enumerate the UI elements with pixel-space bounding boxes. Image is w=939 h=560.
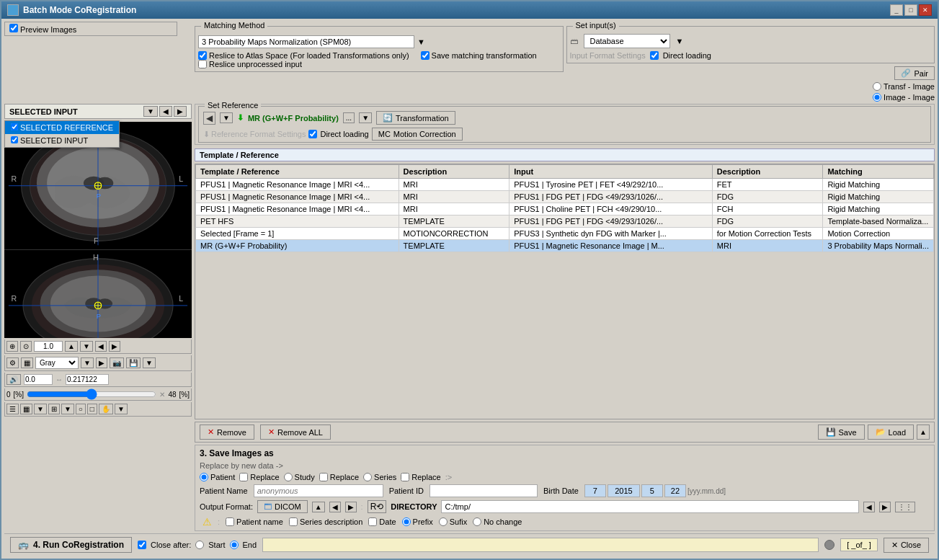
zoom-reset-button[interactable]: ⊙ bbox=[20, 341, 32, 352]
end-radio[interactable] bbox=[230, 541, 239, 549]
color-wheel-button[interactable]: ⚙ bbox=[6, 357, 19, 368]
start-radio[interactable] bbox=[195, 541, 204, 549]
patient-radio[interactable] bbox=[200, 473, 208, 481]
suffix-radio[interactable] bbox=[439, 517, 448, 526]
image-image-radio[interactable] bbox=[873, 93, 881, 102]
date-opt-checkbox[interactable] bbox=[368, 517, 377, 526]
patient-id-input[interactable] bbox=[430, 484, 538, 497]
rotate-icon[interactable]: R⟲ bbox=[368, 500, 387, 513]
motion-correction-button[interactable]: MC Motion Correction bbox=[372, 128, 463, 141]
circle-icon[interactable]: ○ bbox=[76, 404, 86, 414]
birth-day3-input[interactable]: 22 bbox=[664, 484, 686, 497]
camera-button[interactable]: 📷 bbox=[110, 357, 124, 368]
directory-input[interactable]: C:/tmp/ bbox=[441, 500, 859, 513]
tools-icon[interactable]: ✋ bbox=[99, 404, 113, 414]
layout-dropdown1[interactable]: ▼ bbox=[34, 404, 47, 414]
run-coregistration-button[interactable]: 🚌 4. Run CoRegistration bbox=[10, 537, 132, 553]
zoom-fit-button[interactable]: ⊕ bbox=[6, 341, 18, 352]
input-next-button[interactable]: ▶ bbox=[174, 106, 187, 117]
rect-icon[interactable]: □ bbox=[87, 404, 97, 414]
selected-reference-check[interactable] bbox=[11, 123, 18, 130]
close-button[interactable]: ✕ Close bbox=[884, 538, 929, 553]
birth-day2-input[interactable]: 5 bbox=[641, 484, 663, 497]
selected-input-check[interactable] bbox=[11, 136, 18, 143]
table-row[interactable]: PET HFSTEMPLATEPFUS1 | FDG PET | FDG <49… bbox=[196, 215, 934, 228]
grid-dropdown[interactable]: ▼ bbox=[61, 404, 74, 414]
patient-name-opt-checkbox[interactable] bbox=[226, 517, 234, 526]
zoom-up-button[interactable]: ▲ bbox=[65, 341, 78, 352]
table-row[interactable]: PFUS1 | Magnetic Resonance Image | MRI <… bbox=[196, 179, 934, 191]
input-prev-button[interactable]: ◀ bbox=[159, 106, 172, 117]
replace2-checkbox[interactable] bbox=[319, 473, 328, 481]
extra-dropdown[interactable]: ▼ bbox=[115, 404, 128, 414]
close-window-button[interactable]: ✕ bbox=[919, 4, 932, 16]
context-menu-item-selected-reference[interactable]: SELECTED REFERENCE bbox=[5, 121, 119, 134]
dicom-button[interactable]: 🗔 DICOM bbox=[257, 500, 308, 513]
table-row[interactable]: Selected [Frame = 1]MOTIONCORRECTIONPFUS… bbox=[196, 228, 934, 240]
dir-next-button[interactable]: ▶ bbox=[879, 502, 891, 512]
database-dropdown-arrow[interactable]: ▼ bbox=[676, 37, 684, 45]
matching-method-select[interactable]: 3 Probability Maps Normalization (SPM08) bbox=[198, 35, 414, 48]
remove-all-button[interactable]: ✕ Remove ALL bbox=[260, 425, 331, 440]
grid-button[interactable]: ▦ bbox=[21, 357, 33, 368]
collapse-button[interactable]: ▲ bbox=[917, 425, 930, 440]
maximize-button[interactable]: □ bbox=[904, 4, 917, 16]
preview-images-checkbox-container[interactable]: Preview Images bbox=[4, 22, 177, 36]
matching-dropdown-arrow[interactable]: ▼ bbox=[417, 37, 425, 46]
replace1-checkbox[interactable] bbox=[239, 473, 248, 481]
brightness-input[interactable]: 0.0 bbox=[24, 374, 53, 385]
format-next-button[interactable]: ▶ bbox=[345, 502, 357, 512]
grid-icon[interactable]: ⊞ bbox=[48, 404, 60, 414]
dir-prev-button[interactable]: ◀ bbox=[863, 502, 875, 512]
color-extra-button[interactable]: ▼ bbox=[143, 357, 156, 368]
birth-day-input[interactable]: 7 bbox=[584, 484, 606, 497]
direct-loading-input-checkbox[interactable] bbox=[650, 51, 659, 60]
context-menu-item-selected-input[interactable]: SELECTED INPUT bbox=[5, 134, 119, 147]
patient-name-input[interactable] bbox=[254, 484, 383, 497]
birth-month-input[interactable]: 2015 bbox=[608, 484, 640, 497]
reslice-atlas-checkbox[interactable] bbox=[198, 51, 207, 60]
series-radio[interactable] bbox=[363, 473, 372, 481]
direct-loading-ref-checkbox[interactable] bbox=[308, 130, 317, 138]
save-color-button[interactable]: 💾 bbox=[126, 357, 141, 368]
database-select[interactable]: Database bbox=[584, 34, 670, 48]
layout-icon1[interactable]: ☰ bbox=[6, 404, 19, 414]
no-change-radio[interactable] bbox=[473, 517, 481, 526]
input-dropdown-button[interactable]: ▼ bbox=[143, 106, 158, 117]
transf-image-radio[interactable] bbox=[873, 82, 881, 91]
zoom-down-button[interactable]: ▼ bbox=[80, 341, 93, 352]
play-button[interactable]: ▶ bbox=[96, 357, 107, 368]
series-desc-opt-checkbox[interactable] bbox=[289, 517, 298, 526]
load-button[interactable]: 📂 Load bbox=[868, 425, 914, 440]
remove-button[interactable]: ✕ Remove bbox=[200, 425, 254, 440]
save-button[interactable]: 💾 Save bbox=[818, 425, 865, 440]
reslice-unprocessed-checkbox[interactable] bbox=[198, 60, 207, 68]
table-row[interactable]: PFUS1 | Magnetic Resonance Image | MRI <… bbox=[196, 203, 934, 215]
color-down-arrow[interactable]: ▼ bbox=[81, 357, 94, 368]
zoom-prev-button[interactable]: ◀ bbox=[95, 341, 107, 352]
replace3-checkbox[interactable] bbox=[401, 473, 409, 481]
table-row[interactable]: PFUS1 | Magnetic Resonance Image | MRI <… bbox=[196, 191, 934, 203]
reference-prev-button[interactable]: ◀ bbox=[203, 112, 215, 125]
mr-ellipsis-button[interactable]: ... bbox=[343, 112, 355, 123]
layout-icon2[interactable]: ▦ bbox=[20, 404, 32, 414]
transformation-button[interactable]: 🔄 Transformation bbox=[376, 111, 455, 125]
close-after-checkbox[interactable] bbox=[138, 541, 146, 549]
prefix-radio[interactable] bbox=[402, 517, 411, 526]
color-select[interactable]: Gray bbox=[35, 357, 79, 369]
format-prev-button[interactable]: ◀ bbox=[329, 502, 341, 512]
dir-extra-button[interactable]: ⋮⋮ bbox=[895, 502, 915, 512]
contrast-input[interactable]: 0.217122 bbox=[66, 374, 109, 385]
minimize-button[interactable]: _ bbox=[890, 4, 903, 16]
preview-images-checkbox[interactable] bbox=[9, 24, 18, 32]
format-up-button[interactable]: ▲ bbox=[312, 502, 325, 512]
table-row[interactable]: MR (G+W+F Probability)TEMPLATEPFUS1 | Ma… bbox=[196, 240, 934, 252]
study-radio[interactable] bbox=[284, 473, 293, 481]
zoom-next-button[interactable]: ▶ bbox=[109, 341, 120, 352]
percent-slider[interactable] bbox=[27, 390, 156, 399]
mr-dropdown-button[interactable]: ▼ bbox=[359, 112, 372, 123]
save-matching-checkbox[interactable] bbox=[421, 51, 430, 60]
pair-button[interactable]: 🔗 Pair bbox=[894, 66, 935, 80]
zoom-input[interactable]: 1.0 bbox=[34, 341, 63, 352]
reference-dropdown-button[interactable]: ▼ bbox=[220, 112, 233, 123]
